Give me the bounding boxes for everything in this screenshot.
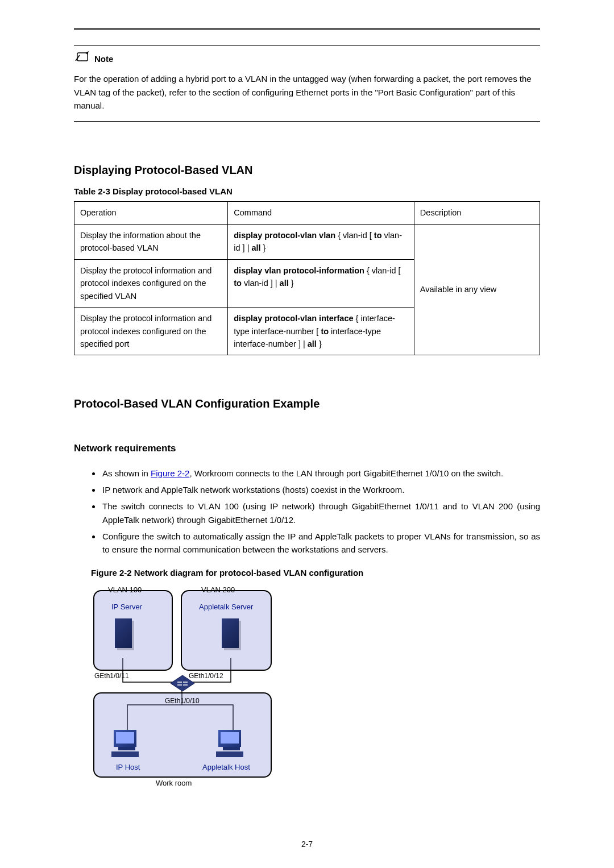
note-text: For the operation of adding a hybrid por… <box>74 72 540 112</box>
label-workroom: Work room <box>156 778 192 789</box>
list-item: IP network and AppleTalk network worksta… <box>101 483 540 496</box>
th-description: Description <box>414 202 540 224</box>
svg-marker-1 <box>171 675 194 691</box>
table-caption: Table 2-3 Display protocol-based VLAN <box>74 185 540 198</box>
network-diagram: VLAN 100 VLAN 200 IP Server Appletalk Se… <box>91 584 239 789</box>
note-header: Note <box>74 51 540 67</box>
note-top-rule <box>74 45 540 46</box>
page-top-rule <box>74 28 540 30</box>
at-host-icon <box>218 730 249 757</box>
ip-host-icon <box>114 730 144 757</box>
th-command: Command <box>228 202 414 224</box>
section-heading-example: Protocol-Based VLAN Configuration Exampl… <box>74 395 540 413</box>
cell-cmd: display protocol-vlan interface { interf… <box>228 308 414 355</box>
cell-cmd: display protocol-vlan vlan { vlan-id [ t… <box>228 224 414 259</box>
cell-op: Display the protocol information and pro… <box>74 259 228 307</box>
subheading-requirements: Network requirements <box>74 441 540 456</box>
switch-icon <box>171 675 194 691</box>
th-operation: Operation <box>74 202 228 224</box>
label-ip-server: IP Server <box>111 601 142 613</box>
note-label: Note <box>94 52 113 65</box>
note-icon <box>74 51 91 67</box>
figure-link[interactable]: Figure 2-2 <box>151 468 189 478</box>
cell-desc: Available in any view <box>414 224 540 355</box>
label-at-host: Appletalk Host <box>202 762 250 773</box>
page-number: 2-7 <box>0 838 614 851</box>
table-header-row: Operation Command Description <box>74 202 540 224</box>
label-ip-host: IP Host <box>116 762 140 773</box>
requirements-list: As shown in Figure 2-2, Workroom connect… <box>74 467 540 556</box>
table-row: Display the information about the protoc… <box>74 224 540 259</box>
label-at-server: Appletalk Server <box>199 601 253 613</box>
list-item: The switch connects to VLAN 100 (using I… <box>101 500 540 526</box>
section-heading-display: Displaying Protocol-Based VLAN <box>74 161 540 179</box>
list-item: As shown in Figure 2-2, Workroom connect… <box>101 467 540 480</box>
cell-op: Display the information about the protoc… <box>74 224 228 259</box>
protocol-vlan-table: Operation Command Description Display th… <box>74 201 540 355</box>
cell-op: Display the protocol information and pro… <box>74 308 228 355</box>
at-server-icon <box>222 618 241 650</box>
ip-server-icon <box>115 618 134 650</box>
label-vlan200: VLAN 200 <box>201 584 235 596</box>
note-bottom-rule <box>74 121 540 122</box>
cell-cmd: display vlan protocol-information { vlan… <box>228 259 414 307</box>
label-vlan100: VLAN 100 <box>108 584 142 596</box>
label-ge10: GEth1/0/10 <box>165 696 200 707</box>
label-ge11: GEth1/0/11 <box>94 671 129 682</box>
list-item: Configure the switch to automatically as… <box>101 530 540 556</box>
figure-caption: Figure 2-2 Network diagram for protocol-… <box>91 566 540 579</box>
